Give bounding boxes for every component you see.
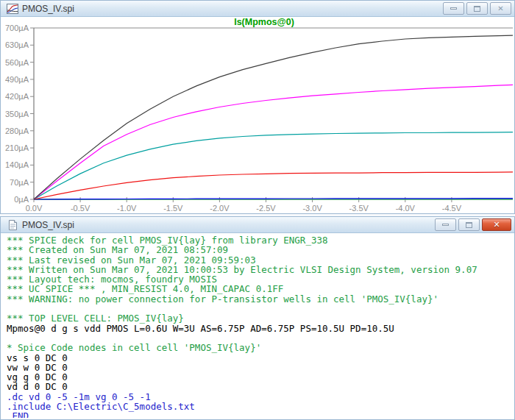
spice-line: Mpmos@0 d g s vdd PMOS L=0.6U W=3U AS=6.… — [7, 324, 513, 333]
iv-curve-vg--5V — [34, 35, 513, 199]
x-axis-tick-label: -4.5V — [442, 204, 462, 212]
spice-line: *** Last revised on Sun Mar 07, 2021 09:… — [7, 255, 513, 265]
iv-curve-vg--4V — [34, 85, 513, 199]
waveform-window-titlebar[interactable]: PMOS_IV.spi ✕ — [1, 1, 514, 17]
minimize-button[interactable] — [443, 2, 464, 15]
spice-deck-window-title: PMOS_IV.spi — [22, 220, 433, 230]
y-axis-tick-label: 420µA — [5, 92, 29, 101]
iv-curve-vg--2V — [34, 172, 513, 199]
minimize-icon — [450, 7, 457, 10]
spice-deck-text-area[interactable]: *** SPICE deck for cell PMOS_IV{lay} fro… — [2, 233, 513, 418]
maximize-icon — [474, 6, 480, 12]
x-axis-tick-label: -1.5V — [163, 204, 183, 212]
close-icon: ✕ — [493, 221, 500, 229]
x-axis-tick-label: -3.0V — [302, 204, 322, 212]
spice-line: vs s 0 DC 0 — [7, 353, 513, 363]
spice-line: *** WARNING: no power connection for P-t… — [7, 294, 513, 304]
x-axis-tick-label: -2.0V — [210, 204, 230, 212]
maximize-button[interactable] — [466, 2, 488, 15]
spice-line: .dc vd 0 -5 -1m vg 0 -5 -1 — [7, 392, 513, 402]
y-axis-tick-label: 490µA — [5, 75, 29, 84]
waveform-window: PMOS_IV.spi ✕ Is(Mpmos@0)0µA70µA140µA210… — [0, 0, 515, 214]
spice-line: *** Created on Sun Mar 07, 2021 08:57:09 — [7, 245, 513, 255]
y-axis-tick-label: 210µA — [5, 143, 29, 152]
spice-line: *** UC SPICE *** , MIN_RESIST 4.0, MIN_C… — [7, 284, 513, 293]
x-axis-tick-label: -4.0V — [396, 204, 416, 212]
y-axis-tick-label: 70µA — [10, 178, 29, 187]
document-icon — [7, 219, 18, 231]
maximize-icon — [466, 222, 472, 228]
y-axis-tick-label: 280µA — [5, 127, 29, 135]
spice-deck-window: PMOS_IV.spi ✕ *** SPICE deck for cell PM… — [0, 216, 515, 420]
spice-line: *** TOP LEVEL CELL: PMOS_IV{lay} — [7, 313, 513, 323]
spice-deck-window-controls: ✕ — [433, 218, 511, 231]
spice-line: .END — [7, 411, 513, 418]
y-axis-tick-label: 560µA — [5, 58, 29, 67]
x-axis-tick-label: -0.5V — [71, 204, 90, 212]
waveform-plot-area[interactable]: Is(Mpmos@0)0µA70µA140µA210µA280µA350µA42… — [2, 17, 513, 212]
x-axis-tick-label: -2.5V — [256, 204, 276, 212]
x-axis-tick-label: -3.5V — [349, 204, 369, 212]
y-axis-tick-label: 350µA — [5, 110, 29, 118]
close-button[interactable]: ✕ — [490, 2, 511, 15]
waveform-window-controls: ✕ — [441, 2, 511, 15]
spice-line: .include C:\Electric\C_5models.txt — [7, 402, 513, 411]
spice-line: * Spice Code nodes in cell cell 'PMOS_IV… — [7, 343, 513, 352]
close-icon: ✕ — [497, 5, 503, 13]
x-axis-tick-label: 0.0V — [26, 204, 43, 212]
mdi-background: { "windows": { "top": { "title": "PMOS_I… — [0, 0, 515, 420]
x-axis-tick-label: -1.0V — [117, 204, 137, 212]
close-button[interactable]: ✕ — [482, 218, 511, 231]
spice-line — [7, 304, 513, 313]
spice-line: vw w 0 DC 0 — [7, 363, 513, 372]
maximize-button[interactable] — [458, 218, 480, 231]
y-axis-tick-label: 700µA — [5, 24, 29, 32]
spice-line: vg g 0 DC 0 — [7, 372, 513, 382]
y-axis-tick-label: 140µA — [5, 160, 29, 169]
spice-deck-window-titlebar[interactable]: PMOS_IV.spi ✕ — [1, 217, 514, 233]
spice-line: *** Written on Sun Mar 07, 2021 10:00:53… — [7, 265, 513, 274]
spice-line: vd d 0 DC 0 — [7, 382, 513, 391]
y-axis-tick-label: 630µA — [5, 40, 29, 49]
y-axis-tick-label: 0µA — [14, 195, 29, 204]
spice-deck-text: *** SPICE deck for cell PMOS_IV{lay} fro… — [2, 233, 513, 418]
spice-line: *** SPICE deck for cell PMOS_IV{lay} fro… — [7, 235, 513, 245]
iv-plot[interactable]: Is(Mpmos@0)0µA70µA140µA210µA280µA350µA42… — [2, 17, 513, 212]
chart-title: Is(Mpmos@0) — [234, 17, 294, 27]
minimize-button[interactable] — [435, 218, 456, 231]
spice-line — [7, 333, 513, 343]
waveform-window-title: PMOS_IV.spi — [22, 4, 441, 14]
minimize-icon — [442, 224, 449, 226]
iv-curve-vg--3V — [34, 132, 513, 199]
waveform-icon — [7, 3, 18, 15]
spice-line: *** Layout tech: mocmos, foundry MOSIS — [7, 274, 513, 284]
